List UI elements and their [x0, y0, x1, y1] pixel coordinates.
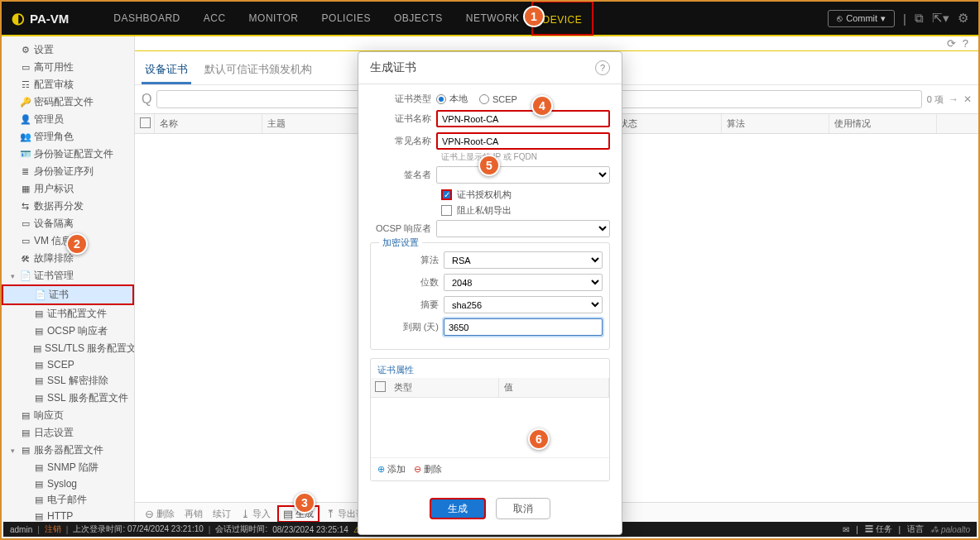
nav-objects[interactable]: OBJECTS [382, 1, 454, 36]
attr-delete-button[interactable]: ⊖删除 [414, 463, 442, 475]
digest-select[interactable]: sha256 [444, 296, 603, 313]
signer-label: 签名者 [370, 169, 436, 181]
ca-label: 证书授权机构 [457, 189, 512, 201]
marker-2: 2 [66, 233, 88, 255]
brand-icon: ◐ [12, 9, 25, 27]
nav-monitor[interactable]: MONITOR [238, 1, 310, 36]
cert-type-label: 证书类型 [370, 93, 436, 105]
cert-type-local[interactable]: 本地 [436, 93, 468, 105]
marker-3: 3 [294, 492, 315, 514]
generate-cert-dialog: 生成证书 ? 证书类型 本地 SCEP 证书名称 常见名称 证书上显示的 IP … [358, 51, 622, 535]
expiry-label: 到期 (天) [377, 321, 444, 333]
attr-body [371, 398, 609, 457]
cert-name-input[interactable] [436, 110, 610, 127]
marker-6: 6 [528, 428, 550, 450]
block-key-checkbox[interactable] [441, 205, 452, 216]
ca-checkbox[interactable]: ✓ [441, 189, 452, 200]
common-name-input[interactable] [436, 132, 610, 150]
marker-5: 5 [478, 155, 500, 176]
algo-select[interactable]: RSA [444, 251, 603, 269]
marker-1: 1 [523, 6, 545, 27]
top-nav: DASHBOARD ACC MONITOR POLICIES OBJECTS N… [102, 1, 593, 36]
dialog-cancel-button[interactable]: 取消 [496, 498, 550, 519]
dialog-help-icon[interactable]: ? [595, 60, 610, 75]
marker-4: 4 [531, 95, 553, 117]
encryption-legend: 加密设置 [379, 237, 422, 249]
signer-select[interactable] [436, 166, 610, 184]
attr-select-all[interactable] [375, 381, 386, 392]
cert-name-label: 证书名称 [370, 112, 436, 125]
digest-label: 摘要 [377, 299, 444, 311]
attr-col-value[interactable]: 值 [499, 378, 609, 397]
common-name-label: 常见名称 [370, 135, 436, 147]
dialog-generate-button[interactable]: 生成 [430, 498, 486, 519]
attr-col-type[interactable]: 类型 [389, 378, 499, 397]
nav-network[interactable]: NETWORK [454, 1, 531, 36]
dialog-title: 生成证书 [370, 60, 416, 75]
nav-acc[interactable]: ACC [192, 1, 238, 36]
expiry-input[interactable] [444, 318, 603, 336]
common-name-hint: 证书上显示的 IP 或 FQDN [441, 151, 610, 163]
bits-label: 位数 [377, 276, 444, 289]
algo-label: 算法 [377, 254, 444, 266]
attr-add-button[interactable]: ⊕添加 [377, 463, 406, 475]
block-key-label: 阻止私钥导出 [457, 204, 512, 217]
gear-icon[interactable]: ⚙ [958, 11, 968, 26]
search-icon[interactable]: ⧉ [915, 11, 924, 26]
brand-logo: ◐ PA-VM [12, 9, 69, 27]
nav-policies[interactable]: POLICIES [310, 1, 382, 36]
bits-select[interactable]: 2048 [444, 274, 603, 291]
commit-button[interactable]: ⎋Commit▾ [828, 10, 895, 27]
nav-dashboard[interactable]: DASHBOARD [102, 1, 192, 36]
divider: | [903, 12, 906, 26]
ocsp-select[interactable] [436, 220, 610, 237]
export-icon[interactable]: ⇱▾ [932, 11, 949, 26]
attr-legend: 证书属性 [371, 359, 609, 378]
ocsp-label: OCSP 响应者 [370, 222, 436, 235]
cert-type-scep[interactable]: SCEP [479, 94, 517, 104]
